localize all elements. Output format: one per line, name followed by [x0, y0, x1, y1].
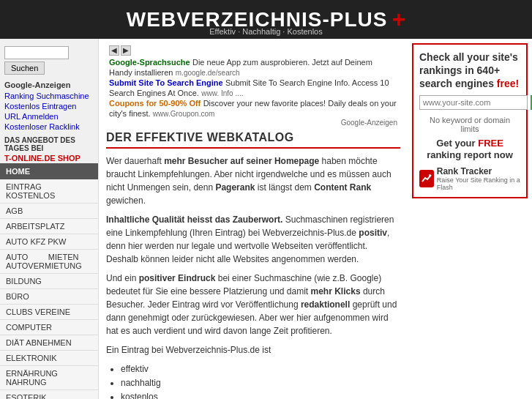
nav-auto-kfz[interactable]: AUTO KFZ PKW [0, 234, 98, 250]
nav-esoterik[interactable]: ESOTERIK [0, 390, 98, 399]
rank-tracker-icon [419, 170, 434, 187]
nav-home[interactable]: HOME [0, 163, 98, 179]
nav-bildung[interactable]: BILDUNG [0, 274, 98, 289]
search-input[interactable] [4, 46, 69, 59]
ad-row-3: Coupons for 50-90% Off Discover your new… [109, 98, 397, 119]
ad-url-google: m.google.de/search [176, 69, 240, 77]
sidebar: Suchen Google-Anzeigen Ranking Suchmasch… [0, 39, 99, 399]
sidebar-ad-url[interactable]: URL Anmelden [0, 111, 98, 122]
nav-ernaehrung[interactable]: ERNÄHRUNG NAHRUNG [0, 366, 98, 390]
rank-free-label: free! [497, 78, 519, 89]
page-header: WEBVERZEICHNIS-PLUS + Effektiv · Nachhal… [0, 0, 532, 39]
nav-auto-mieten[interactable]: AUTO MIETENAUTOVERMIETUNG [0, 250, 98, 274]
main-heading: DER EFFEKTIVE WEBKATALOG [106, 131, 400, 149]
rank-free-span: FREE [478, 138, 503, 149]
nav-computer[interactable]: COMPUTER [0, 320, 98, 335]
sidebar-ad-racklink[interactable]: Kostenloser Racklink [0, 122, 98, 132]
header-cross-icon: + [391, 6, 405, 33]
ad-next-button[interactable]: ▶ [121, 45, 131, 56]
rank-tracker-text: Rank Tracker Raise Your Site Ranking in … [437, 166, 520, 191]
list-item: effektiv [121, 362, 400, 376]
rank-tracker-svg-icon [421, 173, 432, 184]
rank-tracker-tagline: Raise Your Site Ranking in a Flash [437, 176, 520, 191]
ad-url-coupons: www.Groupon.com [153, 110, 214, 118]
ad-nav: ◀ ▶ [109, 45, 131, 56]
rank-no-limits: No keyword or domain limits [419, 116, 520, 133]
list-features: effektiv nachhaltig kostenlos [121, 362, 400, 400]
para-1: Wer dauerhaft mehr Besucher auf seiner H… [106, 154, 400, 207]
para-3: Und ein positiver Eindruck bei einer Suc… [106, 272, 400, 338]
search-button[interactable]: Suchen [4, 61, 45, 75]
rank-tracker-name: Rank Tracker [437, 166, 520, 176]
list-item: kostenlos [121, 390, 400, 399]
ad-bar: ◀ ▶ Google-Sprachsuche Die neue App zum … [106, 43, 400, 128]
ad-url-submit: www. Info .... [201, 89, 243, 97]
article-text: Wer dauerhaft mehr Besucher auf seiner H… [106, 154, 400, 400]
nav-agb[interactable]: AGB [0, 204, 98, 219]
content-area: ◀ ▶ Google-Sprachsuche Die neue App zum … [99, 39, 408, 399]
para-2: Inhaltliche Qualität heisst das Zauberwo… [106, 213, 400, 266]
list-item: nachhaltig [121, 376, 400, 390]
nav-buero[interactable]: BÜRO [0, 289, 98, 305]
sidebar-ad-ranking[interactable]: Ranking Suchmaschine [0, 91, 98, 101]
article: DER EFFEKTIVE WEBKATALOG Wer dauerhaft m… [106, 131, 400, 400]
rank-tracker-box: Check all your site's rankings in 640+ s… [412, 43, 528, 198]
ad-row-2: Submit Site To Search Engine Submit Site… [109, 78, 397, 98]
rank-url-input[interactable] [419, 95, 528, 110]
header-tagline: Effektiv · Nachhaltig · Kostenlos [209, 27, 323, 36]
ad-prev-button[interactable]: ◀ [109, 45, 119, 56]
rank-tracker-logo: Rank Tracker Raise Your Site Ranking in … [419, 166, 520, 191]
nav-elektronik[interactable]: ELEKTRONIK [0, 351, 98, 366]
nav-clubs[interactable]: CLUBS VEREINE [0, 305, 98, 320]
search-box: Suchen [0, 43, 98, 78]
rank-input-row: Check [419, 95, 520, 110]
google-anzeigen-right: Google-Anzeigen [109, 119, 397, 127]
right-sidebar: Check all your site's rankings in 640+ s… [408, 39, 532, 399]
sidebar-ad-kostenlos[interactable]: Kostenlos Eintragen [0, 101, 98, 111]
ad-link-submit[interactable]: Submit Site To Search Engine [109, 78, 223, 87]
ad-link-coupons[interactable]: Coupons for 50-90% Off [109, 99, 201, 108]
rank-box-title: Check all your site's rankings in 640+ s… [419, 51, 520, 91]
t-online-link[interactable]: T-ONLINE.DE SHOP [0, 153, 98, 163]
nav-diaet[interactable]: DIÄT ABNEHMEN [0, 335, 98, 351]
rank-free-report: Get your FREE ranking report now [419, 138, 520, 163]
nav-eintrag[interactable]: EINTRAG KOSTENLOS [0, 179, 98, 204]
ad-row-1: Google-Sprachsuche Die neue App zum ausp… [109, 57, 397, 78]
nav-arbeitsplatz[interactable]: ARBEITSPLATZ [0, 219, 98, 234]
para-4: Ein Eintrag bei Webverzeichnis-Plus.de i… [106, 343, 400, 357]
main-layout: Suchen Google-Anzeigen Ranking Suchmasch… [0, 39, 532, 399]
das-angebot-label: DAS ANGEBOT DES TAGES BEI [0, 132, 98, 153]
google-anzeigen-label: Google-Anzeigen [0, 78, 98, 91]
ad-link-google[interactable]: Google-Sprachsuche [109, 58, 190, 67]
